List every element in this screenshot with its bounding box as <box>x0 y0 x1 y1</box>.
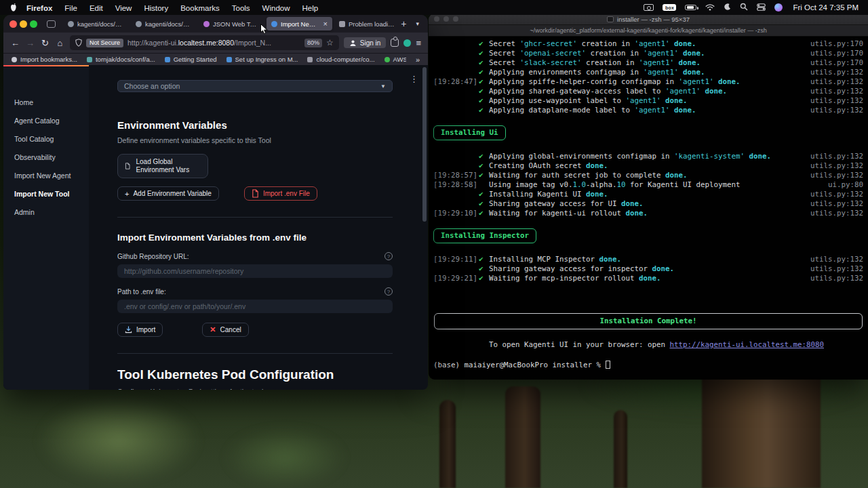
check-icon: ✔ <box>479 161 489 171</box>
repo-url-input[interactable] <box>117 264 393 278</box>
load-global-env-button[interactable]: Load Global Environment Vars <box>117 154 208 178</box>
menu-bookmarks[interactable]: Bookmarks <box>174 4 226 12</box>
extensions-icon[interactable] <box>391 39 399 47</box>
search-icon[interactable] <box>740 1 748 14</box>
mouse-cursor <box>260 23 269 36</box>
page-content: HomeAgent CatalogTool CatalogObservabili… <box>3 65 428 390</box>
bookmark-star-icon[interactable]: ☆ <box>326 38 334 47</box>
bookmark-item[interactable]: AWS API USE THIS <box>384 56 406 63</box>
bookmark-item[interactable]: cloud-computer/co... <box>307 56 374 63</box>
menu-view[interactable]: View <box>109 4 138 12</box>
forward-button[interactable]: → <box>25 39 35 47</box>
check-icon: ✔ <box>479 255 489 264</box>
browser-tab[interactable]: kagenti/docs/den <box>63 17 129 30</box>
log-source-ref: ui.py:80 <box>828 180 863 190</box>
battery-icon[interactable] <box>685 5 696 11</box>
app-menu-icon[interactable]: ≡ <box>416 38 421 48</box>
screen-record-icon[interactable] <box>644 4 654 11</box>
moon-icon[interactable] <box>724 1 731 14</box>
check-icon: ✔ <box>479 96 489 106</box>
sidebar-item-admin[interactable]: Admin <box>3 206 89 219</box>
menu-help[interactable]: Help <box>296 4 325 12</box>
zoom-level-badge[interactable]: 80% <box>304 39 322 47</box>
terminal-log-line: ✔Installing Kagenti UI done.utils.py:132 <box>433 190 863 199</box>
person-icon <box>349 39 357 47</box>
page-scrollbar[interactable] <box>422 67 427 388</box>
cancel-button[interactable]: ✕ Cancel <box>202 323 248 337</box>
bookmark-label: Getting Started <box>174 56 217 63</box>
scrollbar-thumb[interactable] <box>422 67 427 222</box>
tab-label: Import New ... <box>281 20 319 28</box>
minimize-window-button[interactable] <box>443 16 449 22</box>
menu-history[interactable]: History <box>138 4 174 12</box>
import-env-file-button[interactable]: Import .env File <box>244 186 317 201</box>
shield-icon[interactable] <box>75 39 82 47</box>
divider <box>117 217 393 218</box>
menu-edit[interactable]: Edit <box>83 4 109 12</box>
import-button[interactable]: Import <box>117 323 163 337</box>
tab-favicon <box>203 21 210 27</box>
new-tab-button[interactable]: + <box>397 18 410 29</box>
menu-firefox[interactable]: Firefox <box>20 4 58 12</box>
minimize-window-button[interactable] <box>20 20 27 28</box>
bookmark-item[interactable]: Import bookmarks... <box>12 56 77 63</box>
zoom-window-button[interactable] <box>453 16 458 22</box>
wallpaper-tree-trunk <box>614 410 627 488</box>
close-window-button[interactable] <box>9 20 17 28</box>
terminal-tab-bar[interactable]: ~/workdir/agentic_platform/external-kage… <box>429 25 868 37</box>
extension-badge-icon[interactable] <box>403 39 411 47</box>
bookmark-favicon <box>226 57 232 62</box>
bookmark-favicon <box>87 57 92 62</box>
zoom-window-button[interactable] <box>30 20 37 28</box>
back-button[interactable]: ← <box>10 39 20 47</box>
wifi-icon[interactable] <box>705 1 715 14</box>
tab-list-chevron-icon[interactable]: ▾ <box>413 20 422 27</box>
bookmark-item[interactable]: Set up Ingress on M... <box>226 56 298 63</box>
select-placeholder: Choose an option <box>124 82 180 90</box>
help-icon[interactable]: ? <box>384 287 393 296</box>
menu-bar-clock[interactable]: Fri Oct 24 7:35 PM <box>793 3 859 12</box>
log-source-ref: utils.py:132 <box>810 68 863 77</box>
help-icon[interactable]: ? <box>384 252 393 260</box>
tab-label: kagenti/docs/den <box>77 20 124 28</box>
url-bar[interactable]: Not Secure http://kagenti-ui.localtest.m… <box>70 35 339 50</box>
siri-icon[interactable] <box>774 3 783 12</box>
tab-close-icon[interactable]: × <box>323 20 328 28</box>
env-path-input[interactable] <box>117 300 393 313</box>
bookmark-favicon <box>384 57 390 62</box>
menu-tools[interactable]: Tools <box>226 4 256 12</box>
sidebar-item-tool-catalog[interactable]: Tool Catalog <box>3 133 89 146</box>
firefox-view-icon[interactable] <box>47 20 56 28</box>
control-center-icon[interactable] <box>757 1 766 14</box>
browser-tab[interactable]: kagenti/docs/den <box>131 17 197 30</box>
box-app-icon[interactable]: box <box>663 4 676 11</box>
browser-tab[interactable]: Problem loading ... <box>334 17 400 30</box>
browser-tab[interactable]: Import New ...× <box>267 17 332 30</box>
sidebar-item-import-new-tool[interactable]: Import New Tool <box>3 188 89 201</box>
apple-menu-icon[interactable] <box>9 3 18 12</box>
page-menu-icon[interactable]: ⋮ <box>410 74 419 84</box>
menu-file[interactable]: File <box>58 4 83 12</box>
close-window-button[interactable] <box>434 16 439 22</box>
tool-select[interactable]: Choose an option ▼ <box>117 80 393 92</box>
sidebar-item-observability[interactable]: Observability <box>3 151 89 164</box>
menu-window[interactable]: Window <box>256 4 296 12</box>
sidebar-item-home[interactable]: Home <box>3 96 89 109</box>
terminal-section-panel: Installing Ui <box>433 125 506 140</box>
bookmark-item[interactable]: tornjak/docs/conf/a... <box>87 56 155 63</box>
add-env-var-button[interactable]: + Add Environment Variable <box>117 186 219 201</box>
bookmarks-overflow-chevron[interactable]: » <box>416 56 420 64</box>
tab-favicon <box>271 21 277 27</box>
log-source-ref: utils.py:132 <box>810 152 863 161</box>
sidebar-item-agent-catalog[interactable]: Agent Catalog <box>3 115 89 127</box>
sidebar-item-import-new-agent[interactable]: Import New Agent <box>3 169 89 182</box>
bookmark-item[interactable]: Getting Started <box>165 56 217 63</box>
terminal-link[interactable]: http://kagenti-ui.localtest.me:8080 <box>670 340 825 349</box>
reload-button[interactable]: ↻ <box>40 39 50 47</box>
browser-tab[interactable]: JSON Web Toke <box>199 17 264 30</box>
sign-in-button[interactable]: Sign in <box>344 37 387 48</box>
home-button[interactable]: ⌂ <box>55 39 65 47</box>
not-secure-badge[interactable]: Not Secure <box>86 39 123 47</box>
bookmark-favicon <box>307 57 313 62</box>
check-icon: ✔ <box>479 58 489 68</box>
